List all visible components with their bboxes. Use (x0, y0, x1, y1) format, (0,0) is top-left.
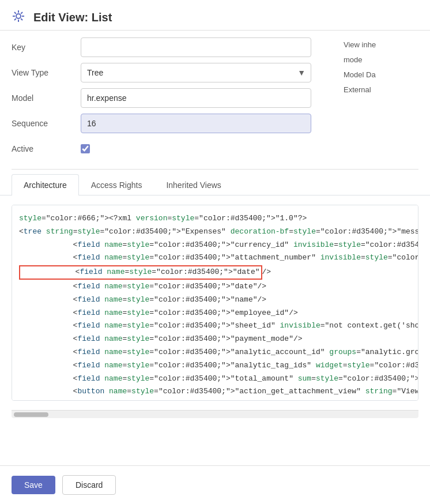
code-line-1: style="color:#666;"><?xml version=style=… (17, 212, 413, 225)
code-line-15: <field name=style="color:#d35400;">"mess… (17, 398, 413, 401)
code-line-2: <tree string=style="color:#d35400;">"Exp… (17, 225, 413, 239)
code-scrollbar (12, 410, 418, 418)
right-info-view-inh: View inhe (344, 37, 430, 52)
bug-icon (12, 9, 28, 25)
right-info-model-da: Model Da (344, 67, 430, 82)
page-header: Edit View: List (0, 0, 430, 31)
key-label: Key (12, 43, 81, 52)
discard-button[interactable]: Discard (62, 475, 116, 495)
active-checkbox-wrapper (81, 144, 90, 153)
tabs-container: Architecture Access Rights Inherited Vie… (0, 174, 430, 195)
code-line-3: <field name=style="color:#d35400;">"curr… (17, 239, 413, 252)
code-line-7: <field name=style="color:#d35400;">"name… (17, 294, 413, 307)
svg-point-0 (16, 14, 21, 18)
code-line-11: <field name=style="color:#d35400;">"anal… (17, 346, 413, 359)
sequence-field-wrapper (81, 114, 311, 133)
sequence-label: Sequence (12, 119, 81, 128)
model-label: Model (12, 93, 81, 103)
code-line-8: <field name=style="color:#d35400;">"empl… (17, 307, 413, 320)
code-line-4: <field name=style="color:#d35400;">"atta… (17, 251, 413, 265)
code-line-9: <field name=style="color:#d35400;">"shee… (17, 319, 413, 333)
viewtype-select[interactable]: Tree Form List Kanban Graph Pivot Calend… (81, 63, 311, 82)
key-input[interactable] (81, 37, 311, 57)
active-label: Active (12, 144, 81, 153)
model-input[interactable] (81, 88, 311, 108)
viewtype-label: View Type (12, 68, 81, 77)
page-footer: Save Discard (0, 465, 430, 504)
code-line-14: <button name=style="color:#d35400;">"act… (17, 385, 413, 398)
code-line-10: <field name=style="color:#d35400;">"paym… (17, 333, 413, 346)
right-info-mode: mode (344, 52, 430, 67)
active-row: Active (12, 139, 418, 159)
scrollbar-thumb (14, 412, 48, 417)
model-field-wrapper (81, 88, 311, 108)
save-button[interactable]: Save (12, 476, 55, 494)
code-line-13: <field name=style="color:#d35400;">"tota… (17, 373, 413, 386)
code-line-5: <field name=style="color:#d35400;">"date… (17, 265, 413, 280)
sequence-row: Sequence (12, 114, 418, 133)
tab-architecture[interactable]: Architecture (12, 174, 79, 195)
tabs-list: Architecture Access Rights Inherited Vie… (12, 174, 418, 195)
key-field-wrapper (81, 37, 311, 57)
right-info-panel: View inhe mode Model Da External (344, 37, 430, 97)
code-line-6: <field name=style="color:#d35400;">"date… (17, 280, 413, 294)
active-checkbox[interactable] (81, 144, 90, 153)
code-editor[interactable]: style="color:#666;"><?xml version=style=… (12, 205, 418, 401)
viewtype-select-wrapper: Tree Form List Kanban Graph Pivot Calend… (81, 63, 311, 82)
sequence-input[interactable] (81, 114, 311, 133)
right-info-external: External (344, 82, 430, 97)
tab-inherited-views[interactable]: Inherited Views (154, 174, 233, 195)
page-title: Edit View: List (33, 11, 112, 24)
tab-access-rights[interactable]: Access Rights (79, 174, 154, 195)
code-line-12: <field name=style="color:#d35400;">"anal… (17, 359, 413, 373)
